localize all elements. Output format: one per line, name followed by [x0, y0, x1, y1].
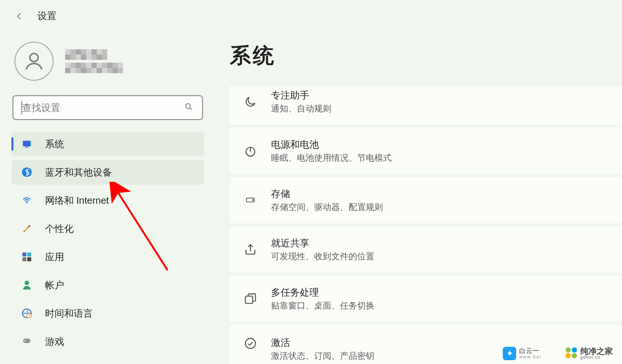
svg-rect-9	[27, 257, 31, 261]
clock-globe-icon	[21, 308, 33, 319]
settings-card-storage[interactable]: 存储 存储空间、驱动器、配置规则	[230, 177, 622, 223]
sidebar-item-gaming[interactable]: 游戏	[11, 329, 204, 354]
power-icon	[243, 144, 258, 158]
settings-card-focus[interactable]: 专注助手 通知、自动规则	[230, 86, 622, 125]
card-desc: 激活状态、订阅、产品密钥	[271, 350, 374, 362]
svg-point-20	[246, 339, 256, 349]
settings-card-multitask[interactable]: 多任务处理 贴靠窗口、桌面、任务切换	[230, 276, 622, 322]
bluetooth-icon	[21, 166, 33, 178]
brush-icon	[21, 223, 33, 234]
card-desc: 睡眠、电池使用情况、节电模式	[271, 152, 392, 164]
card-desc: 通知、自动规则	[271, 103, 331, 114]
windows-stack-icon	[243, 292, 258, 306]
sidebar-item-label: 系统	[45, 138, 64, 151]
svg-point-22	[565, 347, 571, 353]
gamepad-icon	[21, 336, 33, 347]
wifi-icon	[21, 195, 33, 206]
sidebar-item-label: 帐户	[45, 279, 64, 292]
person-icon	[21, 279, 33, 291]
sidebar-item-time-language[interactable]: 时间和语言	[11, 301, 204, 326]
card-title: 就近共享	[271, 237, 374, 250]
sidebar-item-personalization[interactable]: 个性化	[11, 216, 204, 241]
card-title: 电源和电池	[271, 138, 392, 151]
settings-card-nearby[interactable]: 就近共享 可发现性、收到文件的位置	[230, 226, 622, 273]
sidebar-item-bluetooth[interactable]: 蓝牙和其他设备	[11, 160, 204, 185]
sidebar-item-system[interactable]: 系统	[11, 132, 204, 156]
svg-point-0	[30, 54, 38, 62]
sidebar-item-label: 时间和语言	[45, 307, 93, 320]
svg-point-18	[252, 199, 253, 200]
sidebar-item-apps[interactable]: 应用	[11, 244, 204, 269]
search-field[interactable]	[22, 102, 184, 113]
svg-rect-6	[23, 253, 26, 256]
sidebar-item-network[interactable]: 网络和 Internet	[11, 188, 204, 213]
apps-icon	[21, 251, 33, 263]
svg-rect-19	[246, 296, 253, 303]
share-icon	[243, 243, 258, 257]
drive-icon	[243, 193, 258, 208]
svg-point-24	[565, 353, 571, 358]
card-desc: 存储空间、驱动器、配置规则	[271, 201, 383, 213]
check-circle-icon	[243, 336, 258, 351]
user-name-redacted	[65, 49, 123, 73]
card-title: 激活	[271, 336, 374, 349]
sidebar-item-label: 应用	[45, 251, 64, 264]
settings-card-activation[interactable]: 激活 激活状态、订阅、产品密钥	[230, 325, 622, 364]
card-title: 多任务处理	[271, 286, 374, 299]
page-title: 系统	[230, 42, 622, 70]
main-content: 系统 专注助手 通知、自动规则 电源和电池 睡眠、电池使用情况、节电模式	[230, 32, 622, 364]
svg-rect-8	[23, 257, 26, 261]
svg-point-23	[572, 347, 577, 353]
sidebar-item-accounts[interactable]: 帐户	[11, 273, 204, 298]
svg-point-25	[572, 353, 577, 358]
svg-point-14	[28, 340, 29, 341]
search-input[interactable]	[12, 95, 203, 120]
user-profile[interactable]	[10, 32, 206, 95]
avatar	[14, 42, 54, 81]
card-desc: 可发现性、收到文件的位置	[271, 251, 374, 262]
svg-rect-7	[27, 253, 31, 256]
svg-point-1	[186, 104, 191, 109]
sidebar-item-label: 游戏	[45, 335, 64, 348]
sidebar-item-label: 个性化	[45, 222, 74, 235]
svg-point-15	[29, 341, 30, 342]
sidebar-item-label: 蓝牙和其他设备	[45, 166, 112, 179]
svg-rect-3	[25, 147, 29, 148]
svg-rect-2	[23, 141, 31, 146]
watermark-chunjing: 纯净之家 gdhst.cn	[565, 346, 613, 360]
watermark-baiyun: ✦ 白云一 www.bai	[503, 347, 542, 360]
card-desc: 贴靠窗口、桌面、任务切换	[271, 300, 374, 311]
search-icon	[184, 102, 193, 113]
sidebar-item-label: 网络和 Internet	[45, 194, 109, 207]
moon-icon	[243, 95, 258, 109]
settings-card-power[interactable]: 电源和电池 睡眠、电池使用情况、节电模式	[230, 128, 622, 174]
card-title: 专注助手	[271, 89, 331, 102]
svg-point-5	[26, 202, 27, 203]
app-title: 设置	[37, 10, 57, 22]
svg-point-10	[24, 281, 29, 285]
sidebar: 系统 蓝牙和其他设备 网络和 Internet 个性化	[10, 32, 206, 364]
back-icon[interactable]	[14, 11, 24, 21]
display-icon	[21, 138, 33, 150]
card-title: 存储	[271, 188, 383, 200]
